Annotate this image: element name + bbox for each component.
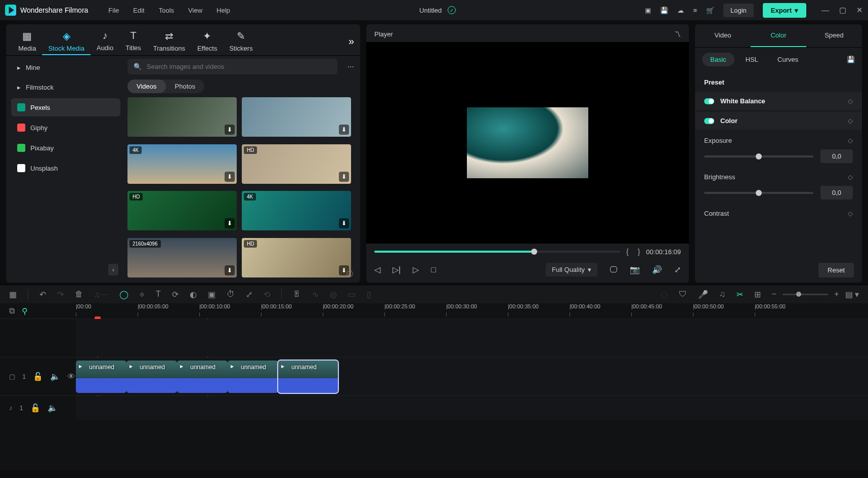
keyframe-icon[interactable]: ◇ bbox=[848, 97, 853, 105]
tab-video[interactable]: Video bbox=[695, 24, 751, 47]
maximize-button[interactable]: ▢ bbox=[839, 6, 846, 15]
sidebar-item-giphy[interactable]: Giphy bbox=[11, 118, 120, 137]
tab-effects[interactable]: ✦Effects bbox=[191, 28, 224, 55]
minimize-button[interactable]: — bbox=[821, 6, 829, 15]
mute-icon[interactable]: 🔈 bbox=[48, 403, 58, 413]
mark-in-button[interactable]: { bbox=[626, 248, 629, 256]
subtab-curves[interactable]: Curves bbox=[769, 53, 806, 66]
expand-tool[interactable]: ⤢ bbox=[246, 290, 252, 299]
save-preset-icon[interactable]: 💾 bbox=[847, 56, 855, 63]
slider-knob[interactable] bbox=[756, 190, 762, 196]
frame-add-icon[interactable]: ⊞ bbox=[754, 290, 761, 299]
timeline-clip[interactable]: ▸unnamed bbox=[278, 361, 338, 393]
timeline-clip[interactable]: ▸unnamed bbox=[177, 361, 228, 393]
color-tool[interactable]: ◐ bbox=[190, 290, 197, 299]
eye-icon[interactable]: 👁 bbox=[67, 372, 75, 381]
thumbnail[interactable]: ⬇ bbox=[127, 97, 237, 137]
tab-audio[interactable]: ♪Audio bbox=[91, 28, 119, 55]
slider-knob[interactable] bbox=[756, 153, 762, 160]
download-icon[interactable]: ⬇ bbox=[339, 125, 349, 135]
link-tool[interactable]: ⟲ bbox=[264, 290, 270, 299]
thumbnail[interactable]: HD⬇ bbox=[242, 238, 351, 277]
keyframe-icon[interactable]: ◇ bbox=[848, 137, 853, 144]
play-button[interactable]: ▷ bbox=[413, 265, 419, 274]
toggle-white-balance[interactable]: White Balance ◇ bbox=[695, 92, 862, 110]
sidebar-item-filmstock[interactable]: ▸Filmstock bbox=[11, 78, 120, 96]
exposure-slider[interactable] bbox=[704, 155, 813, 157]
thumbnail[interactable]: 4K⬇ bbox=[127, 144, 237, 184]
menu-view[interactable]: View bbox=[188, 7, 202, 14]
volume-icon[interactable]: 🔊 bbox=[652, 265, 662, 274]
tab-titles[interactable]: TTitles bbox=[119, 28, 147, 55]
zoom-slider[interactable] bbox=[783, 294, 828, 295]
progress-bar[interactable] bbox=[374, 251, 620, 253]
delete-button[interactable]: 🗑 bbox=[75, 290, 83, 299]
thumbnail[interactable]: 4K⬇ bbox=[242, 191, 351, 230]
redo-button[interactable]: ↷ bbox=[57, 290, 64, 299]
display-icon[interactable]: 🖵 bbox=[610, 265, 618, 274]
scissors-icon[interactable]: ✂ bbox=[736, 290, 743, 299]
tab-stock-media[interactable]: ◈Stock Media bbox=[42, 28, 91, 55]
menu-tools[interactable]: Tools bbox=[159, 7, 174, 14]
sidebar-item-unsplash[interactable]: Unsplash bbox=[11, 159, 120, 177]
login-button[interactable]: Login bbox=[723, 4, 754, 17]
prev-frame-button[interactable]: ◁ bbox=[374, 265, 380, 274]
lock-icon[interactable]: 🔓 bbox=[33, 372, 43, 381]
thumbnail[interactable]: HD⬇ bbox=[127, 191, 237, 230]
menu-edit[interactable]: Edit bbox=[133, 7, 144, 14]
subtab-hsl[interactable]: HSL bbox=[737, 53, 766, 66]
cart-icon[interactable]: 🛒 bbox=[706, 7, 714, 14]
layout-icon[interactable]: ▣ bbox=[645, 7, 651, 14]
zoom-out-button[interactable]: − bbox=[772, 290, 776, 299]
tab-media[interactable]: ▦Media bbox=[12, 28, 42, 55]
grid-icon[interactable]: ▦ bbox=[9, 290, 17, 299]
download-icon[interactable]: ⬇ bbox=[339, 172, 349, 182]
download-icon[interactable]: ⬇ bbox=[225, 172, 235, 182]
sidebar-item-mine[interactable]: ▸Mine bbox=[11, 59, 120, 76]
tab-color[interactable]: Color bbox=[751, 24, 806, 47]
timer-tool[interactable]: ⏱ bbox=[227, 290, 235, 299]
scopes-icon[interactable]: 〽 bbox=[674, 30, 681, 38]
save-icon[interactable]: 💾 bbox=[660, 7, 668, 14]
quality-dropdown[interactable]: Full Quality▾ bbox=[546, 263, 597, 276]
audio-tool-a[interactable]: ◎ bbox=[330, 290, 337, 299]
sidebar-item-pixabay[interactable]: Pixabay bbox=[11, 139, 120, 157]
toggle-switch[interactable] bbox=[704, 98, 714, 104]
copy-icon[interactable]: ⧉ bbox=[9, 306, 15, 315]
download-icon[interactable]: ⬇ bbox=[339, 218, 349, 228]
chip-photos[interactable]: Photos bbox=[166, 79, 204, 93]
timeline-clip[interactable]: ▸unnamed bbox=[228, 361, 278, 393]
preview-viewport[interactable] bbox=[366, 42, 689, 244]
download-icon[interactable]: ⬇ bbox=[225, 265, 235, 275]
next-frame-button[interactable]: ▷| bbox=[393, 265, 401, 274]
export-button[interactable]: Export▾ bbox=[763, 3, 806, 18]
brightness-slider[interactable] bbox=[704, 192, 813, 194]
audio-tool-c[interactable]: ▯ bbox=[367, 290, 371, 299]
video-lane[interactable]: ▸unnamed▸unnamed▸unnamed▸unnamed▸unnamed bbox=[76, 357, 868, 395]
split-audio-button[interactable]: ♫⋯ bbox=[94, 290, 108, 299]
magnet-icon[interactable]: ⚲ bbox=[22, 306, 28, 316]
keyframe-icon[interactable]: ◇ bbox=[848, 210, 853, 217]
search-input[interactable] bbox=[147, 63, 331, 70]
download-icon[interactable]: ⬇ bbox=[225, 125, 235, 135]
timeline-clip[interactable]: ▸unnamed bbox=[126, 361, 177, 393]
eq-tool[interactable]: ∿ bbox=[312, 290, 319, 299]
marker-tool[interactable]: ◯ bbox=[119, 290, 128, 299]
undo-button[interactable]: ↶ bbox=[39, 290, 46, 299]
shield-icon[interactable]: 🛡 bbox=[679, 290, 687, 299]
lock-icon[interactable]: 🔓 bbox=[30, 403, 40, 413]
mixer-tool[interactable]: 🎚 bbox=[293, 290, 301, 299]
keyframe-icon[interactable]: ◇ bbox=[848, 173, 853, 181]
progress-knob[interactable] bbox=[531, 249, 537, 255]
exposure-value[interactable]: 0,0 bbox=[820, 149, 853, 163]
text-tool[interactable]: T bbox=[156, 290, 161, 299]
tab-speed[interactable]: Speed bbox=[806, 24, 862, 47]
audio-lane[interactable] bbox=[76, 396, 868, 420]
snapshot-icon[interactable]: 📷 bbox=[630, 265, 640, 274]
toggle-switch[interactable] bbox=[704, 118, 714, 124]
search-more-icon[interactable]: ⋯ bbox=[348, 63, 354, 70]
zoom-in-button[interactable]: + bbox=[834, 290, 839, 299]
audio-tool-b[interactable]: ▭ bbox=[348, 290, 356, 299]
thumbnail[interactable]: HD⬇ bbox=[242, 144, 351, 184]
render-icon[interactable]: ◌ bbox=[661, 290, 668, 299]
